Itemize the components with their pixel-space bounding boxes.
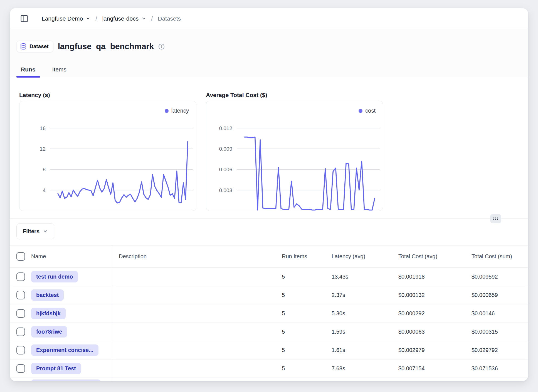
row-description-cell bbox=[112, 286, 282, 304]
row-run-items-cell: 5 bbox=[282, 347, 332, 353]
row-description-cell bbox=[112, 359, 282, 378]
row-total-cost-avg-cell: $0.002979 bbox=[398, 347, 472, 353]
row-checkbox[interactable] bbox=[16, 291, 25, 299]
row-total-cost-sum-cell: $0.00146 bbox=[472, 310, 528, 317]
column-header-total-cost-avg[interactable]: Total Cost (avg) bbox=[398, 253, 472, 260]
table-row: Experiment concise... 5 1.61s $0.002979 … bbox=[10, 341, 528, 359]
breadcrumb-project-label: Langfuse Demo bbox=[42, 15, 83, 22]
main-window: Langfuse Demo / langfuse-docs / Datasets… bbox=[10, 8, 528, 381]
table-row: test run demo 5 13.43s $0.001918 $0.0095… bbox=[10, 268, 528, 286]
dataset-type-badge: Dataset bbox=[16, 41, 53, 52]
svg-text:8: 8 bbox=[43, 167, 46, 172]
row-latency-avg-cell: 1.61s bbox=[332, 347, 398, 353]
sidebar-toggle-button[interactable] bbox=[20, 14, 28, 23]
tab-bar-border bbox=[10, 77, 528, 77]
row-checkbox-cell bbox=[10, 291, 31, 299]
row-run-items-cell: 5 bbox=[282, 274, 332, 280]
row-run-items-cell: 5 bbox=[282, 365, 332, 372]
column-header-description[interactable]: Description bbox=[112, 245, 282, 267]
row-description-cell bbox=[112, 323, 282, 341]
run-name-badge[interactable]: hjkfdshjk bbox=[31, 308, 66, 319]
run-name-badge[interactable]: foo78riwe bbox=[31, 326, 67, 338]
breadcrumb-current-page: Datasets bbox=[158, 15, 181, 22]
dataset-badge-label: Dataset bbox=[29, 43, 49, 49]
breadcrumb-resource-selector[interactable]: langfuse-docs bbox=[102, 15, 146, 22]
table-row: backtest 5 2.37s $0.000132 $0.000659 bbox=[10, 286, 528, 304]
column-header-run-items[interactable]: Run Items bbox=[282, 253, 332, 260]
row-checkbox-cell bbox=[10, 272, 31, 281]
run-name-badge[interactable]: Experiment concise... bbox=[31, 344, 98, 356]
row-total-cost-sum-cell: $0.009592 bbox=[472, 274, 528, 280]
topbar: Langfuse Demo / langfuse-docs / Datasets bbox=[10, 8, 528, 29]
cost-chart-svg: 0.0030.0060.0090.012 bbox=[206, 101, 383, 211]
row-total-cost-sum-cell: $0.000315 bbox=[472, 329, 528, 335]
run-name-badge[interactable]: Prompt 81 Test bbox=[31, 363, 81, 374]
breadcrumb-separator: / bbox=[95, 15, 97, 22]
row-checkbox[interactable] bbox=[16, 272, 25, 281]
langfuse-app: { "colors": { "accent": "#4f46e5", "line… bbox=[0, 0, 538, 392]
breadcrumb-project-selector[interactable]: Langfuse Demo bbox=[42, 15, 90, 22]
breadcrumb-separator: / bbox=[151, 15, 153, 22]
row-run-items-cell: 5 bbox=[282, 329, 332, 335]
tab-runs[interactable]: Runs bbox=[16, 63, 40, 77]
row-checkbox[interactable] bbox=[16, 346, 25, 354]
row-checkbox-cell bbox=[10, 346, 31, 354]
tab-bar: Runs Items bbox=[16, 63, 71, 77]
run-name-badge[interactable]: test run demo bbox=[31, 271, 78, 282]
row-checkbox[interactable] bbox=[16, 364, 25, 373]
breadcrumb-resource-label: langfuse-docs bbox=[102, 15, 139, 22]
legend-label-latency: latency bbox=[171, 108, 189, 114]
row-checkbox[interactable] bbox=[16, 328, 25, 336]
cost-legend[interactable]: cost bbox=[359, 108, 376, 114]
row-latency-avg-cell: 1.59s bbox=[332, 329, 398, 335]
row-latency-avg-cell: 5.30s bbox=[332, 310, 398, 317]
row-name-cell: Prompt 81 Test bbox=[31, 359, 112, 378]
row-checkbox[interactable] bbox=[16, 309, 25, 318]
row-latency-avg-cell: 2.37s bbox=[332, 292, 398, 298]
chevron-down-icon bbox=[86, 16, 90, 21]
filters-button-label: Filters bbox=[23, 228, 40, 235]
panel-resize-divider bbox=[10, 219, 528, 219]
run-name-badge[interactable]: backtest bbox=[31, 289, 64, 301]
latency-chart-card: 481216 latency bbox=[19, 101, 196, 211]
info-icon[interactable] bbox=[158, 43, 165, 50]
latency-legend[interactable]: latency bbox=[165, 108, 189, 114]
chevron-down-icon bbox=[141, 16, 146, 21]
row-name-cell: foo78riwe bbox=[31, 323, 112, 341]
select-all-checkbox[interactable] bbox=[16, 252, 25, 261]
svg-text:0.009: 0.009 bbox=[219, 146, 232, 152]
row-checkbox-cell bbox=[10, 364, 31, 373]
panel-left-icon bbox=[20, 14, 28, 23]
svg-text:0.012: 0.012 bbox=[219, 125, 232, 131]
panel-resize-handle[interactable] bbox=[490, 214, 501, 223]
row-total-cost-sum-cell: $0.071536 bbox=[472, 365, 528, 372]
row-run-items-cell: 5 bbox=[282, 310, 332, 317]
runs-table-body: test run demo 5 13.43s $0.001918 $0.0095… bbox=[10, 268, 528, 378]
row-latency-avg-cell: 7.68s bbox=[332, 365, 398, 372]
runs-table: Name Description Run Items Latency (avg)… bbox=[10, 245, 528, 381]
table-row: foo78riwe 5 1.59s $0.000063 $0.000315 bbox=[10, 323, 528, 341]
svg-text:12: 12 bbox=[40, 146, 46, 152]
row-total-cost-avg-cell: $0.001918 bbox=[398, 274, 472, 280]
svg-text:0.006: 0.006 bbox=[219, 167, 232, 172]
tab-items[interactable]: Items bbox=[48, 63, 71, 77]
legend-dot-cost bbox=[359, 109, 362, 113]
column-header-latency-avg[interactable]: Latency (avg) bbox=[332, 253, 398, 260]
row-name-cell: test run demo bbox=[31, 268, 112, 286]
row-name-cell: hjkfdshjk bbox=[31, 304, 112, 322]
row-run-items-cell: 5 bbox=[282, 292, 332, 298]
row-description-cell bbox=[112, 304, 282, 322]
row-total-cost-avg-cell: $0.000063 bbox=[398, 329, 472, 335]
breadcrumb: Langfuse Demo / langfuse-docs / Datasets bbox=[42, 15, 181, 22]
latency-chart-title: Latency (s) bbox=[19, 92, 50, 98]
row-total-cost-sum-cell: $0.029792 bbox=[472, 347, 528, 353]
run-name-badge[interactable] bbox=[31, 379, 101, 381]
dataset-title-row: Dataset langfuse_qa_benchmark bbox=[16, 41, 165, 52]
filters-button[interactable]: Filters bbox=[16, 223, 54, 239]
column-header-name[interactable]: Name bbox=[31, 245, 112, 267]
svg-text:4: 4 bbox=[43, 187, 46, 193]
chevron-down-icon bbox=[43, 229, 48, 234]
column-header-total-cost-sum[interactable]: Total Cost (sum) bbox=[472, 253, 528, 260]
row-checkbox-cell bbox=[10, 309, 31, 318]
row-name-cell: Experiment concise... bbox=[31, 341, 112, 359]
